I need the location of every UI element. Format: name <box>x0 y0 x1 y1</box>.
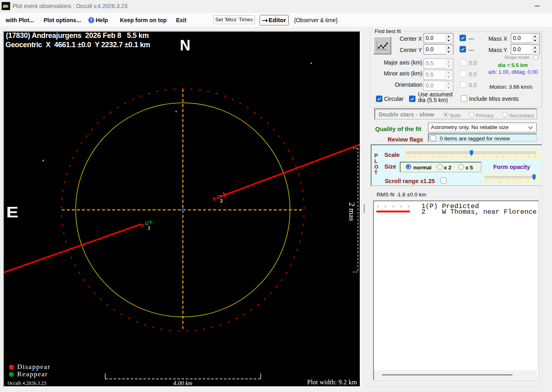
svg-text:Disappear: Disappear <box>17 363 50 371</box>
svg-text:2: 2 <box>148 225 150 230</box>
svg-text:2: 2 <box>220 198 223 203</box>
svg-text:Reappear: Reappear <box>17 370 48 378</box>
svg-text:(17830) Andreajurgens 2026 Fe: (17830) Andreajurgens 2026 Feb 8 5.5 km <box>6 32 149 40</box>
svg-text:N: N <box>180 37 191 54</box>
svg-text:2 mas: 2 mas <box>348 202 356 221</box>
svg-text:4.00 km: 4.00 km <box>173 380 193 386</box>
svg-text:?: ? <box>90 17 92 23</box>
svg-text:Occult 4.2026.3.23: Occult 4.2026.3.23 <box>8 380 46 386</box>
svg-text:Geocentric X 4661.1 ±0.0 Y: Geocentric X 4661.1 ±0.0 Y 2232.7 ±0.1 k… <box>6 41 150 49</box>
svg-text:Plot width: 9.2 km: Plot width: 9.2 km <box>307 379 357 386</box>
svg-text:E: E <box>6 204 19 221</box>
